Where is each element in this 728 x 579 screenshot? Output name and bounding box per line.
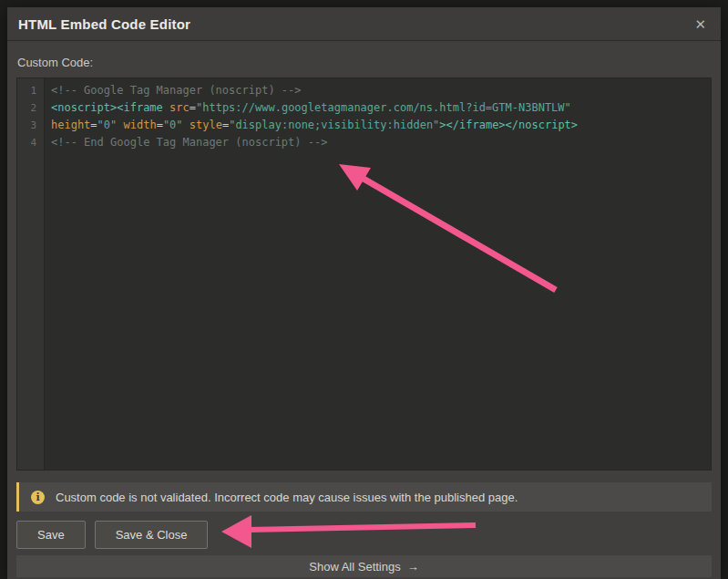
dialog-body: Custom Code: 1 <!-- Google Tag Manager (…	[7, 42, 721, 579]
dialog-header: HTML Embed Code Editor ✕	[7, 7, 721, 41]
show-all-settings-label: Show All Settings	[309, 560, 400, 574]
code-line-text: <!-- End Google Tag Manager (noscript) -…	[45, 134, 327, 151]
save-and-close-button[interactable]: Save & Close	[95, 521, 209, 549]
code-line-text: <!-- Google Tag Manager (noscript) -->	[45, 82, 302, 99]
line-number: 1	[17, 82, 45, 99]
custom-code-label: Custom Code:	[17, 56, 712, 69]
code-lines: 1 <!-- Google Tag Manager (noscript) -->…	[17, 78, 711, 151]
show-all-settings-button[interactable]: Show All Settings →	[16, 555, 712, 577]
code-line-text: <noscript><iframe src="https://www.googl…	[45, 99, 571, 117]
warning-banner: i Custom code is not validated. Incorrec…	[16, 482, 712, 512]
html-embed-code-editor-dialog: HTML Embed Code Editor ✕ Custom Code: 1 …	[7, 7, 721, 579]
line-number: 4	[17, 134, 45, 151]
code-line: 1 <!-- Google Tag Manager (noscript) -->	[17, 82, 711, 99]
code-line: 4 <!-- End Google Tag Manager (noscript)…	[17, 134, 711, 151]
info-icon: i	[31, 491, 45, 504]
line-number: 2	[17, 99, 45, 117]
button-row: Save Save & Close	[16, 521, 712, 549]
line-number: 3	[17, 117, 45, 134]
warning-text: Custom code is not validated. Incorrect …	[56, 491, 518, 504]
code-line: 3 height="0" width="0" style="display:no…	[17, 117, 711, 134]
code-line-text: height="0" width="0" style="display:none…	[45, 117, 578, 134]
save-button[interactable]: Save	[16, 521, 86, 549]
close-icon[interactable]: ✕	[691, 16, 710, 33]
dialog-title: HTML Embed Code Editor	[18, 16, 190, 32]
code-editor[interactable]: 1 <!-- Google Tag Manager (noscript) -->…	[16, 78, 712, 470]
right-arrow-icon: →	[407, 560, 419, 574]
code-line: 2 <noscript><iframe src="https://www.goo…	[17, 99, 711, 117]
